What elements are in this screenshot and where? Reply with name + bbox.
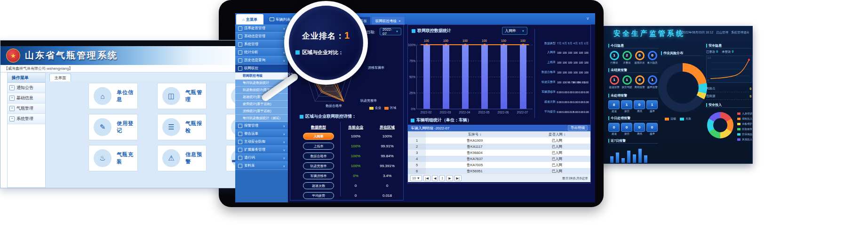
tab-network-assessment[interactable]: 联网联控考核 × — [372, 16, 405, 25]
col-plate[interactable]: 车牌号 ↕ — [426, 132, 524, 137]
region-value: 3.4% — [371, 174, 403, 178]
feature-tile[interactable]: ⚠ 信息预警 — [157, 145, 207, 171]
sidebar-menu-item[interactable]: + 气瓶管理 — [8, 104, 45, 114]
metric-button[interactable]: 轨迹完整率 — [303, 162, 334, 169]
detail-row: 轨迹完整率 100% 99.391% — [297, 161, 403, 171]
col-status[interactable]: 是否入网 ↕ — [524, 132, 590, 137]
vehicle-row[interactable]: 2 鲁KA1117 已入网 — [408, 144, 590, 150]
legend-item: 设备维护 — [737, 122, 752, 126]
dashboard-menu-item[interactable]: 扩展服务管理 ∨ — [235, 146, 288, 154]
vehicle-row[interactable]: 5 鲁KA7005 已入网 — [408, 162, 590, 168]
feature-tile[interactable]: ☰ 气瓶报检 — [157, 114, 207, 140]
sidebar-menu-item[interactable]: + 系统管理 — [8, 114, 45, 124]
vehicle-table-column-header: 车牌号 ↕ 是否入网 ↕ — [408, 131, 590, 137]
user-menu[interactable]: 启山管理 — [716, 31, 728, 35]
alarm-count-button[interactable]: 0 — [634, 100, 645, 109]
feature-tile[interactable]: ✎ 使用登记 — [88, 114, 138, 140]
close-icon[interactable]: × — [398, 19, 401, 23]
metric-button[interactable]: 数据合格率 — [303, 153, 334, 160]
section-week-alarms: 近7日报警 — [608, 138, 658, 144]
dashboard-menu-item[interactable]: 违章处置管理 ∨ — [235, 24, 288, 32]
sidebar-menu-item[interactable]: + 通知公告 — [8, 83, 45, 93]
legend-item: 保险投入 — [737, 117, 752, 121]
alarm-count-button[interactable]: 0 — [621, 123, 632, 132]
mini-bar — [638, 149, 642, 163]
dashboard-menu-item[interactable]: 报警管理 ∨ — [235, 122, 288, 130]
section-square-icon — [295, 50, 300, 55]
alarm-count-button[interactable]: 0 — [608, 123, 620, 132]
metric-dropdown[interactable]: 入网率 ▼ — [502, 27, 527, 35]
next-page-button[interactable]: ▶ — [446, 175, 453, 181]
alarm-ring: 1 越界报警 — [646, 75, 658, 89]
col-header-region: 所在区域 — [371, 125, 403, 130]
feature-tile[interactable]: ⌂ 单位信息 — [88, 83, 138, 109]
alarm-ring: 1 疲劳驾驶 — [621, 75, 633, 89]
tab-main-menu[interactable]: ⌂ 主菜单 — [236, 14, 263, 24]
feature-tile[interactable]: ◫ 气瓶管理 — [157, 83, 207, 109]
svg-text:数据合格率: 数据合格率 — [326, 104, 342, 108]
tab-main-view[interactable]: 主界面 — [49, 73, 71, 82]
expand-plus-icon[interactable]: + — [9, 96, 15, 101]
dashboard-menu-item[interactable]: 资料库 ∨ — [235, 162, 288, 170]
alarm-count-button[interactable]: 0 — [646, 123, 658, 132]
monthly-row: 超速次数 0.000.00 0.000.00 0.000.00 — [537, 97, 589, 107]
vehicle-row[interactable]: 6 鲁K56951 已入网 — [408, 168, 590, 174]
dashboard-menu-item[interactable]: 通行码 ∨ — [235, 154, 288, 162]
plate-number: 鲁KA1909 — [426, 138, 524, 143]
prev-page-button[interactable]: ◀ — [432, 175, 438, 181]
current-company-value: 100% — [340, 154, 371, 158]
vehicle-table-header-bar: 车辆入网明细 -2022-07 导出明细 — [408, 125, 590, 131]
metric-button[interactable]: 入网率 — [303, 133, 334, 140]
alarm-count-button[interactable]: 1 — [646, 100, 658, 109]
col-header-current: 当前企业 — [340, 125, 371, 130]
dashboard-menu-item[interactable]: 每日轨迹数据统计（测试） — [235, 115, 288, 122]
logout-link[interactable]: 系统管理退出 — [731, 31, 749, 35]
ring-gauge: 0 — [635, 75, 645, 85]
col-header-type: 数据类型 — [297, 125, 340, 130]
expand-plus-icon[interactable]: + — [9, 116, 15, 121]
query-date-dropdown[interactable]: 2022-07 ▼ — [380, 28, 401, 35]
dashboard-menu-item[interactable]: 主动安全防御 ∨ — [235, 138, 288, 146]
section-risk-distribution: 作业风险分布 — [661, 51, 703, 56]
alarm-count-button[interactable]: 1 — [621, 100, 632, 109]
page-size-select[interactable]: 10 ▼ — [410, 175, 422, 181]
feature-tile[interactable]: ♨ 气瓶充装 — [88, 145, 138, 171]
metric-button[interactable]: 车辆漂移率 — [303, 172, 334, 179]
plate-number: 鲁K56951 — [426, 169, 524, 174]
chevron-down-icon[interactable]: ∨ — [586, 16, 589, 21]
detail-row: 入网率 100% 100% — [297, 131, 403, 141]
feature-tile[interactable]: ⚒ — [226, 114, 236, 140]
metric-button[interactable]: 上线率 — [303, 143, 334, 150]
section-square-icon — [411, 119, 414, 122]
expand-plus-icon[interactable]: + — [9, 85, 15, 90]
hazard-ring: 1 已整改 — [608, 51, 620, 64]
week-alarm-bars — [610, 144, 647, 163]
shield-icon — [238, 140, 242, 144]
alarm-count-button[interactable]: 8 — [608, 100, 620, 109]
gear-icon — [238, 42, 242, 47]
mini-bar — [633, 154, 636, 163]
metric-button[interactable]: 平均疲劳 — [303, 192, 334, 199]
vehicle-row[interactable]: 3 鲁K96604 已入网 — [408, 150, 590, 156]
dashboard-menu-item[interactable]: 整合运单 ∨ — [235, 130, 288, 138]
monthly-row: 入网率 100100 100100 100100 — [537, 48, 589, 57]
feature-tile[interactable]: ☻ — [226, 83, 236, 109]
last-page-button[interactable]: ▶| — [454, 175, 462, 181]
mini-bar — [621, 158, 625, 163]
alarm-button-cell: 0 超速 — [608, 123, 620, 136]
dashboard-menu-item[interactable]: 基础信息管理 ∨ — [235, 32, 288, 40]
export-button[interactable]: 导出明细 — [568, 125, 588, 131]
sidebar-menu-item[interactable]: + 基础信息 — [8, 93, 45, 104]
vehicle-row[interactable]: 4 鲁KA7637 已入网 — [408, 156, 590, 162]
vehicle-row[interactable]: 1 鲁KA1909 已入网 — [408, 137, 590, 144]
window-top-strip — [0, 40, 236, 46]
alarm-count-button[interactable]: 0 — [634, 123, 645, 132]
first-page-button[interactable]: |◀ — [423, 175, 430, 181]
feature-tile[interactable]: ▂▄▆ — [226, 145, 236, 171]
composite-screenshot: 安全生产监管系统 2022年08月03日 16:12 启山管理 系统管理退出 今… — [0, 0, 868, 225]
monthly-row: 车辆漂移率 0.000.00 0.000.00 0.000.00 — [537, 87, 589, 97]
alarm-button-cell: 0 疲劳 — [621, 123, 633, 136]
page-number-input[interactable]: 1 — [439, 175, 445, 181]
metric-button[interactable]: 超速次数 — [303, 182, 334, 189]
expand-plus-icon[interactable]: + — [9, 106, 15, 111]
